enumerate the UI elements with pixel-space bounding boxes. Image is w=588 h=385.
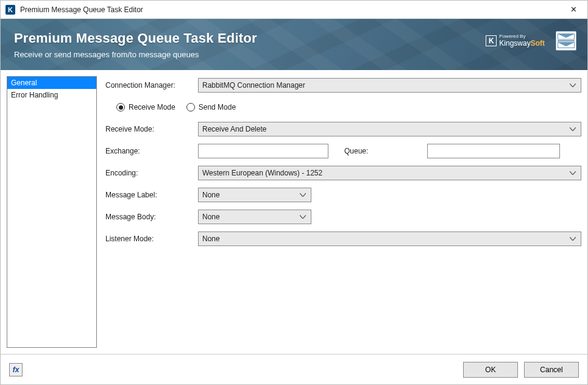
receive-mode-label: Receive Mode: (105, 125, 198, 133)
kingswaysoft-logo: K Powered By KingswaySoft (486, 34, 545, 48)
ok-button[interactable]: OK (463, 362, 518, 378)
message-body-label: Message Body: (105, 213, 198, 221)
listener-mode-label: Listener Mode: (105, 235, 198, 243)
listener-mode-select[interactable]: None (198, 231, 581, 246)
queue-input[interactable] (427, 144, 560, 158)
window-title: Premium Message Queue Task Editor (20, 5, 559, 14)
send-mode-radio-label: Send Mode (199, 103, 236, 111)
editor-window: K Premium Message Queue Task Editor ✕ Pr… (0, 0, 588, 385)
message-label-label: Message Label: (105, 191, 198, 199)
receive-mode-select[interactable]: Receive And Delete (198, 122, 581, 136)
logo-brand-1: Kingsway (499, 39, 530, 48)
titlebar: K Premium Message Queue Task Editor ✕ (1, 1, 587, 19)
message-label-select[interactable]: None (198, 188, 311, 202)
message-body-select[interactable]: None (198, 210, 311, 224)
encoding-select[interactable]: Western European (Windows) - 1252 (198, 166, 581, 180)
nav-item-error-handling[interactable]: Error Handling (7, 89, 96, 101)
connection-manager-select[interactable]: RabbitMQ Connection Manager (198, 78, 581, 93)
cancel-button[interactable]: Cancel (524, 362, 579, 378)
exchange-label: Exchange: (105, 147, 198, 155)
nav-item-general[interactable]: General (7, 77, 96, 89)
banner-subtitle: Receive or send messages from/to message… (14, 50, 257, 59)
logo-brand-2: Soft (531, 39, 545, 48)
form-panel: Connection Manager: RabbitMQ Connection … (105, 76, 581, 348)
radio-selected-icon (116, 103, 125, 111)
receive-mode-radio[interactable]: Receive Mode (116, 103, 175, 111)
app-icon: K (5, 5, 15, 15)
connection-manager-label: Connection Manager: (105, 81, 198, 90)
receive-mode-radio-label: Receive Mode (129, 103, 175, 111)
radio-unselected-icon (186, 103, 195, 111)
encoding-label: Encoding: (105, 169, 198, 177)
logo-k-icon: K (486, 35, 497, 46)
close-icon: ✕ (570, 5, 577, 13)
body-area: General Error Handling Connection Manage… (1, 70, 587, 354)
expression-fx-button[interactable]: fx (9, 363, 23, 376)
footer-bar: fx OK Cancel (1, 354, 587, 384)
nav-sidepane: General Error Handling (7, 76, 97, 348)
mail-queue-icon (556, 31, 576, 51)
exchange-input[interactable] (198, 144, 328, 158)
close-button[interactable]: ✕ (559, 1, 587, 19)
logo-powered-by: Powered By (499, 34, 545, 40)
queue-label: Queue: (344, 147, 427, 155)
header-banner: Premium Message Queue Task Editor Receiv… (1, 19, 587, 70)
send-mode-radio[interactable]: Send Mode (186, 103, 236, 111)
banner-title: Premium Message Queue Task Editor (14, 30, 257, 46)
